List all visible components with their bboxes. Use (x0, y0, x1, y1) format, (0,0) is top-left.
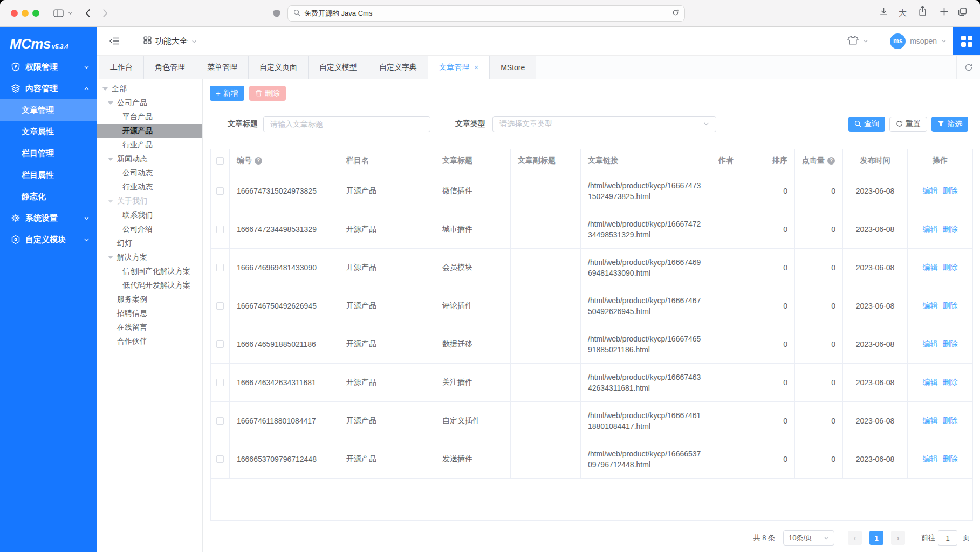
edit-link[interactable]: 编辑 (923, 263, 938, 272)
collapse-sidebar-icon[interactable] (109, 37, 120, 45)
edit-link[interactable]: 编辑 (923, 339, 938, 349)
tab-custom-page[interactable]: 自定义页面 (249, 56, 309, 79)
sidebar-item-module[interactable]: 自定义模块 (0, 229, 97, 250)
browser-forward-icon[interactable] (102, 9, 108, 18)
tree-node[interactable]: 低代码开发解决方案 (97, 278, 202, 292)
edit-link[interactable]: 编辑 (923, 224, 938, 234)
tab-roles[interactable]: 角色管理 (144, 56, 196, 79)
sidebar-subitem[interactable]: 静态化 (0, 186, 97, 207)
tree-node[interactable]: 全部 (97, 82, 202, 96)
tree-node[interactable]: 服务案例 (97, 292, 202, 306)
sidebar-subitem[interactable]: 文章管理 (0, 99, 97, 121)
tree-node[interactable]: 行业动态 (97, 180, 202, 194)
prev-page-button[interactable]: ‹ (848, 531, 862, 545)
tree-node[interactable]: 公司产品 (97, 96, 202, 110)
chevron-down-icon[interactable] (68, 11, 73, 16)
share-icon[interactable] (918, 5, 927, 18)
sidebar-subitem[interactable]: 栏目管理 (0, 142, 97, 164)
tree-node[interactable]: 幻灯 (97, 236, 202, 250)
add-button[interactable]: +新增 (210, 86, 244, 101)
sidebar-item-gear[interactable]: 系统设置 (0, 207, 97, 229)
row-checkbox[interactable] (216, 226, 224, 233)
sidebar-item-layers[interactable]: 内容管理 (0, 78, 97, 99)
tab-menus[interactable]: 菜单管理 (196, 56, 249, 79)
row-checkbox[interactable] (216, 302, 224, 310)
tree-node[interactable]: 平台产品 (97, 110, 202, 124)
new-tab-icon[interactable] (940, 7, 949, 18)
sidebar-subitem[interactable]: 文章属性 (0, 121, 97, 142)
edit-link[interactable]: 编辑 (923, 301, 938, 311)
user-menu[interactable]: ms msopen (890, 33, 947, 49)
article-title-input[interactable] (263, 116, 430, 132)
download-icon[interactable] (879, 7, 888, 18)
delete-link[interactable]: 删除 (943, 263, 958, 272)
tree-node[interactable]: 在线留言 (97, 321, 202, 335)
tab-mstore[interactable]: MStore (490, 56, 536, 79)
reset-button[interactable]: 重置 (889, 117, 927, 132)
tree-node[interactable]: 开源产品 (97, 124, 202, 138)
tab-workbench[interactable]: 工作台 (99, 56, 144, 79)
page-number-button[interactable]: 1 (869, 531, 883, 545)
row-checkbox[interactable] (216, 379, 224, 386)
edit-link[interactable]: 编辑 (923, 416, 938, 426)
tab-articles[interactable]: 文章管理× (428, 56, 490, 79)
tab-overview-icon[interactable] (958, 7, 967, 18)
article-type-select[interactable]: 请选择文章类型 (492, 116, 716, 132)
row-checkbox[interactable] (216, 264, 224, 271)
zoom-window-button[interactable] (32, 10, 39, 17)
delete-link[interactable]: 删除 (943, 186, 958, 196)
tab-custom-dict[interactable]: 自定义字典 (368, 56, 428, 79)
nav-function-menu[interactable]: 功能大全 (143, 36, 197, 46)
article-link: /html/web/product/kycp/16667461188010844… (581, 402, 711, 440)
row-checkbox[interactable] (216, 187, 224, 195)
tree-node[interactable]: 行业产品 (97, 138, 202, 152)
delete-link[interactable]: 删除 (943, 301, 958, 311)
query-button[interactable]: 查询 (848, 117, 885, 132)
apps-grid-button[interactable] (953, 27, 980, 55)
close-tab-icon[interactable]: × (474, 64, 478, 71)
sidebar-subitem[interactable]: 栏目属性 (0, 164, 97, 186)
next-page-button[interactable]: › (891, 531, 905, 545)
reload-icon[interactable] (672, 9, 679, 18)
minimize-window-button[interactable] (22, 10, 29, 17)
tree-node[interactable]: 公司动态 (97, 166, 202, 180)
tree-node[interactable]: 信创国产化解决方案 (97, 264, 202, 278)
row-checkbox[interactable] (216, 340, 224, 348)
sidebar-item-shield[interactable]: 权限管理 (0, 56, 97, 78)
delete-link[interactable]: 删除 (943, 339, 958, 349)
edit-link[interactable]: 编辑 (923, 378, 938, 387)
theme-switcher[interactable] (847, 35, 868, 47)
browser-back-icon[interactable] (85, 9, 91, 18)
tree-node[interactable]: 公司介绍 (97, 222, 202, 236)
tab-custom-model[interactable]: 自定义模型 (309, 56, 368, 79)
tree-node[interactable]: 新闻动态 (97, 152, 202, 166)
delete-link[interactable]: 删除 (943, 224, 958, 234)
close-window-button[interactable] (11, 10, 18, 17)
app-logo: MCms v5.3.4 (0, 27, 97, 56)
sidebar-menu: 权限管理内容管理文章管理文章属性栏目管理栏目属性静态化系统设置自定义模块 (0, 56, 97, 250)
translate-icon[interactable]: 大 (899, 8, 907, 18)
tree-node[interactable]: 招聘信息 (97, 306, 202, 321)
delete-link[interactable]: 删除 (943, 416, 958, 426)
row-checkbox[interactable] (216, 417, 224, 425)
row-checkbox[interactable] (216, 455, 224, 463)
filter-button[interactable]: 筛选 (931, 117, 968, 132)
page-size-select[interactable]: 10条/页 (783, 530, 834, 546)
help-icon[interactable]: ? (255, 157, 262, 165)
tree-node[interactable]: 解决方案 (97, 250, 202, 264)
address-bar[interactable]: 免费开源的 Java Cms (287, 5, 685, 22)
select-all-checkbox[interactable] (216, 157, 224, 165)
tree-node[interactable]: 联系我们 (97, 208, 202, 222)
goto-page-input[interactable] (938, 530, 957, 546)
delete-link[interactable]: 删除 (943, 378, 958, 387)
edit-link[interactable]: 编辑 (923, 186, 938, 196)
delete-button[interactable]: 删除 (249, 86, 286, 101)
sidebar-toggle-icon[interactable] (53, 9, 64, 17)
help-icon[interactable]: ? (827, 157, 835, 165)
delete-link[interactable]: 删除 (943, 454, 958, 464)
refresh-page-icon[interactable] (956, 56, 980, 79)
privacy-shield-icon[interactable] (272, 9, 281, 20)
edit-link[interactable]: 编辑 (923, 454, 938, 464)
tree-node[interactable]: 合作伙伴 (97, 335, 202, 349)
tree-node[interactable]: 关于我们 (97, 194, 202, 208)
